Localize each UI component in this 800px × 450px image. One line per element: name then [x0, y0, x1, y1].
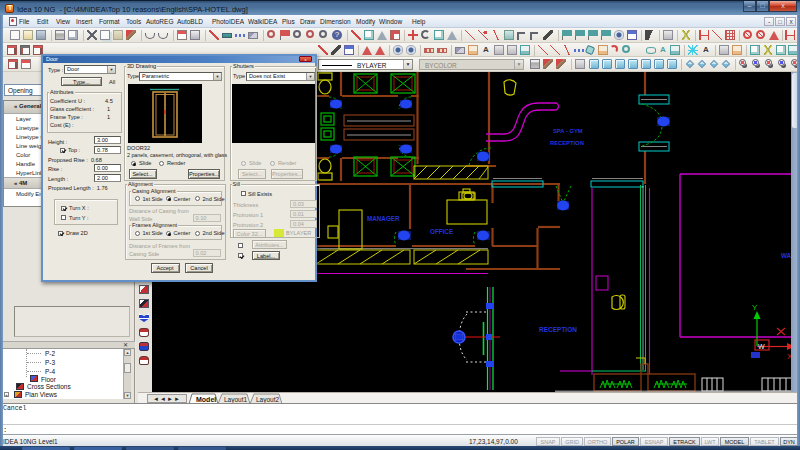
- svg-text:SPA - GYM: SPA - GYM: [553, 128, 583, 134]
- svg-text:MANAGER: MANAGER: [367, 215, 400, 222]
- svg-text:RECEPTION: RECEPTION: [550, 140, 584, 146]
- svg-text:W: W: [758, 343, 765, 350]
- svg-text:Y: Y: [752, 303, 758, 312]
- svg-text:RECEPTION: RECEPTION: [539, 326, 577, 333]
- svg-text:Model: Model: [196, 396, 216, 403]
- svg-text:OFFICE: OFFICE: [430, 228, 453, 235]
- svg-text:WAI: WAI: [781, 252, 791, 259]
